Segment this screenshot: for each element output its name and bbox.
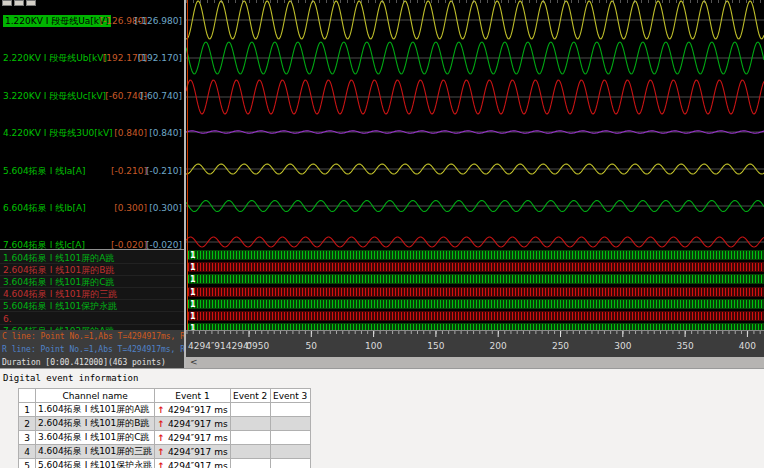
digital-state-value: 1 bbox=[190, 312, 196, 322]
digital-trace-bar: 1 bbox=[187, 262, 764, 272]
c-cursor-value: [0.300] bbox=[114, 202, 147, 214]
toolbar-button[interactable] bbox=[2, 0, 12, 6]
column-header-rownum bbox=[19, 389, 36, 403]
event1-time: 4294″917 ms bbox=[168, 447, 228, 457]
event2-cell bbox=[230, 431, 270, 445]
channel-label[interactable]: 2.220KV I 段母线Ub[kV] bbox=[3, 52, 107, 64]
rising-edge-arrow-icon: ↑ bbox=[157, 419, 165, 429]
digital-channel-row[interactable]: 3.604拓泉 I 线101屏的C跳 bbox=[0, 276, 184, 288]
r-cursor-value: [-0.210] bbox=[146, 165, 182, 177]
rising-edge-arrow-icon: ↑ bbox=[157, 461, 165, 468]
time-axis: 0501001502002503003504004294″914294″950 bbox=[186, 330, 764, 357]
event1-cell: ↑4294″917 ms bbox=[155, 445, 230, 459]
digital-trace-bar: 1 bbox=[187, 323, 764, 330]
event-table-row[interactable]: 55.604拓泉 I 线101保护永跳↑4294″917 ms bbox=[19, 459, 311, 468]
axis-tick-label: 100 bbox=[365, 341, 382, 351]
c-cursor-line[interactable] bbox=[187, 0, 188, 330]
digital-channel-row[interactable]: 5.604拓泉 I 线101保护永跳 bbox=[0, 300, 184, 312]
event-table-row[interactable]: 33.604拓泉 I 线101屏的C跳↑4294″917 ms bbox=[19, 431, 311, 445]
column-header: Channel name bbox=[36, 389, 155, 403]
event1-time: 4294″917 ms bbox=[168, 461, 228, 468]
toolbar-button[interactable] bbox=[26, 0, 36, 6]
panel-divider[interactable] bbox=[184, 0, 186, 368]
event-channel-name: 3.604拓泉 I 线101屏的C跳 bbox=[36, 431, 155, 445]
analog-channel-row[interactable]: 3.220KV I 段母线Uc[kV][-60.740][-60.740] bbox=[0, 90, 184, 102]
c-cursor-value: [-0.210] bbox=[111, 165, 147, 177]
top-mini-ruler bbox=[186, 0, 764, 3]
row-number: 5 bbox=[19, 459, 36, 468]
axis-tick-label: 200 bbox=[490, 341, 507, 351]
event-table-row[interactable]: 44.604拓泉 I 线101屏的三跳↑4294″917 ms bbox=[19, 445, 311, 459]
r-cursor-value: [0.840] bbox=[149, 127, 182, 139]
c-line-status: C line: Point No.=1,Abs T=4294917ms, Rel… bbox=[0, 330, 184, 343]
toolbar-remnant bbox=[0, 0, 184, 7]
event-channel-name: 4.604拓泉 I 线101屏的三跳 bbox=[36, 445, 155, 459]
row-number: 3 bbox=[19, 431, 36, 445]
event-channel-name: 5.604拓泉 I 线101保护永跳 bbox=[36, 459, 155, 468]
digital-state-value: 1 bbox=[190, 300, 196, 310]
channel-label[interactable]: 4.220KV I 段母线3U0[kV] bbox=[3, 127, 113, 139]
digital-channel-row[interactable]: 4.604拓泉 I 线101屏的三跳 bbox=[0, 288, 184, 300]
event3-cell bbox=[270, 459, 310, 468]
rising-edge-arrow-icon: ↑ bbox=[157, 433, 165, 443]
event2-cell bbox=[230, 403, 270, 417]
horizontal-scrollbar[interactable]: < bbox=[186, 357, 764, 368]
toolbar-button[interactable] bbox=[14, 0, 24, 6]
axis-tick-label: 350 bbox=[677, 341, 694, 351]
digital-trace-bar: 1 bbox=[187, 311, 764, 321]
digital-trace-bar: 1 bbox=[187, 274, 764, 284]
axis-tick-label: 300 bbox=[614, 341, 631, 351]
channel-label[interactable]: 6.604拓泉 I 线Ib[A] bbox=[3, 202, 86, 214]
event1-time: 4294″917 ms bbox=[168, 433, 228, 443]
axis-tick-label: 400 bbox=[739, 341, 756, 351]
analog-channel-row[interactable]: 1.220KV I 段母线Ua[kV][-126.980][-126.980] bbox=[0, 15, 184, 27]
analog-channel-row[interactable]: 5.604拓泉 I 线Ia[A][-0.210][-0.210] bbox=[0, 165, 184, 177]
channel-label[interactable]: 1.220KV I 段母线Ua[kV] bbox=[3, 15, 111, 27]
column-header: Event 3 bbox=[270, 389, 310, 403]
column-header: Event 1 bbox=[155, 389, 230, 403]
event1-cell: ↑4294″917 ms bbox=[155, 431, 230, 445]
digital-state-value: 1 bbox=[190, 263, 196, 273]
digital-state-value: 1 bbox=[190, 275, 196, 285]
event-table-row[interactable]: 22.604拓泉 I 线101屏的B跳↑4294″917 ms bbox=[19, 417, 311, 431]
cursor-status-area: C line: Point No.=1,Abs T=4294917ms, Rel… bbox=[0, 330, 184, 368]
r-cursor-value: [-126.980] bbox=[135, 15, 183, 27]
digital-trace-area[interactable]: 1111111 bbox=[186, 248, 764, 330]
column-header: Event 2 bbox=[230, 389, 270, 403]
section-title: Digital event information bbox=[3, 373, 138, 383]
event-channel-name: 2.604拓泉 I 线101屏的B跳 bbox=[36, 417, 155, 431]
digital-event-table-wrap: Channel nameEvent 1Event 2Event 311.604拓… bbox=[18, 388, 311, 468]
event3-cell bbox=[270, 403, 310, 417]
event-channel-name: 1.604拓泉 I 线101屏的A跳 bbox=[36, 403, 155, 417]
event1-cell: ↑4294″917 ms bbox=[155, 459, 230, 468]
digital-channel-list: 1.604拓泉 I 线101屏的A跳2.604拓泉 I 线101屏的B跳3.60… bbox=[0, 249, 184, 330]
analog-channel-row[interactable]: 4.220KV I 段母线3U0[kV][0.840][0.840] bbox=[0, 127, 184, 139]
digital-channel-row[interactable]: 1.604拓泉 I 线101屏的A跳 bbox=[0, 252, 184, 264]
event1-cell: ↑4294″917 ms bbox=[155, 403, 230, 417]
axis-absolute-time-label: 4294″914294″950 bbox=[188, 341, 269, 351]
rising-edge-arrow-icon: ↑ bbox=[157, 447, 165, 457]
event-table-row[interactable]: 11.604拓泉 I 线101屏的A跳↑4294″917 ms bbox=[19, 403, 311, 417]
digital-channel-row[interactable]: 6. bbox=[0, 313, 184, 325]
row-number: 1 bbox=[19, 403, 36, 417]
channel-label[interactable]: 3.220KV I 段母线Uc[kV] bbox=[3, 90, 106, 102]
event1-cell: ↑4294″917 ms bbox=[155, 417, 230, 431]
digital-trace-bar: 1 bbox=[187, 299, 764, 309]
channel-label[interactable]: 5.604拓泉 I 线Ia[A] bbox=[3, 165, 86, 177]
scroll-left-arrow-icon[interactable]: < bbox=[190, 357, 198, 368]
analog-waveform-plot[interactable] bbox=[186, 0, 764, 248]
r-cursor-value: [0.300] bbox=[149, 202, 182, 214]
event3-cell bbox=[270, 445, 310, 459]
digital-event-section: Digital event information Channel nameEv… bbox=[0, 368, 764, 468]
axis-tick-label: 150 bbox=[427, 341, 444, 351]
row-number: 4 bbox=[19, 445, 36, 459]
event1-time: 4294″917 ms bbox=[168, 419, 228, 429]
analog-channel-row[interactable]: 2.220KV I 段母线Ub[kV][192.170][192.170] bbox=[0, 52, 184, 64]
r-line-status: R line: Point No.=1,Abs T=4294917ms, Rel… bbox=[0, 343, 184, 356]
digital-channel-row[interactable]: 2.604拓泉 I 线101屏的B跳 bbox=[0, 264, 184, 276]
rising-edge-arrow-icon: ↑ bbox=[157, 405, 165, 415]
waveform-area[interactable]: 1111111 0501001502002503003504004294″914… bbox=[186, 0, 764, 368]
event3-cell bbox=[270, 431, 310, 445]
analog-channel-row[interactable]: 6.604拓泉 I 线Ib[A][0.300][0.300] bbox=[0, 202, 184, 214]
digital-event-table: Channel nameEvent 1Event 2Event 311.604拓… bbox=[18, 388, 311, 468]
